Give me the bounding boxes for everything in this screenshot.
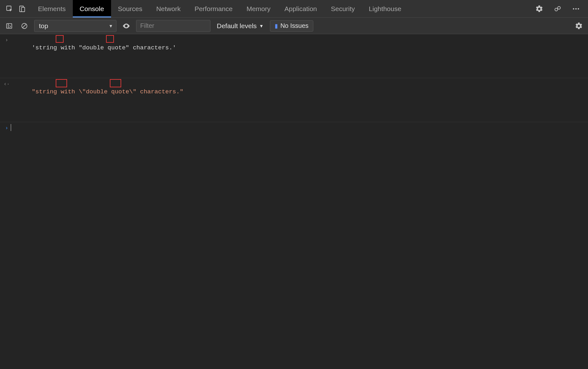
tab-label: Console (80, 5, 104, 13)
tab-network[interactable]: Network (149, 0, 188, 17)
devtools-tabbar: Elements Console Sources Network Perform… (0, 0, 588, 18)
console-prompt-input[interactable] (10, 123, 11, 132)
panel-tabs: Elements Console Sources Network Perform… (31, 0, 533, 17)
console-toolbar: top ▼ Default levels ▼ ▮ No Issues (0, 18, 588, 34)
log-levels-label: Default levels (217, 22, 257, 30)
issues-label: No Issues (280, 22, 309, 29)
tab-label: Sources (118, 5, 142, 13)
chevron-down-icon: ▼ (259, 23, 264, 28)
code-text: "string with \"double quote\" characters… (32, 88, 183, 95)
settings-gear-icon[interactable] (533, 3, 546, 15)
tab-console[interactable]: Console (73, 0, 111, 17)
device-toggle-icon[interactable] (16, 3, 28, 15)
context-selector-label: top (39, 22, 48, 30)
tabbar-right (533, 3, 585, 15)
tab-lighthouse[interactable]: Lighthouse (362, 0, 408, 17)
toggle-sidebar-icon[interactable] (4, 21, 15, 31)
issues-button[interactable]: ▮ No Issues (270, 20, 313, 32)
text-cursor (11, 124, 11, 131)
svg-point-3 (555, 8, 558, 11)
more-menu-icon[interactable] (570, 3, 582, 15)
filter-input[interactable] (136, 20, 210, 32)
console-row-input[interactable]: › 'string with "double quote" characters… (0, 34, 588, 78)
customize-icon[interactable] (551, 3, 564, 15)
svg-point-5 (573, 8, 574, 9)
tab-application[interactable]: Application (278, 0, 324, 17)
output-chevron-icon: ‹· (3, 79, 10, 88)
svg-point-4 (558, 6, 560, 9)
svg-rect-2 (22, 7, 25, 12)
code-text: 'string with "double quote" characters.' (32, 44, 176, 51)
tab-sources[interactable]: Sources (111, 0, 149, 17)
live-expression-eye-icon[interactable] (121, 21, 132, 31)
annotation-box (110, 79, 121, 87)
tab-performance[interactable]: Performance (188, 0, 240, 17)
svg-point-7 (578, 8, 579, 9)
inspect-element-icon[interactable] (3, 3, 16, 15)
clear-console-icon[interactable] (19, 21, 30, 31)
tab-label: Memory (247, 5, 271, 13)
context-selector[interactable]: top ▼ (34, 20, 116, 32)
tab-label: Security (331, 5, 355, 13)
console-input-text: 'string with "double quote" characters.' (10, 35, 176, 77)
tab-label: Performance (195, 5, 233, 13)
log-levels-dropdown[interactable]: Default levels ▼ (215, 22, 266, 30)
svg-point-6 (575, 8, 577, 9)
tab-elements[interactable]: Elements (31, 0, 73, 17)
console-row-output[interactable]: ‹· "string with \"double quote\" charact… (0, 78, 588, 122)
prompt-chevron-icon: › (3, 123, 10, 132)
issues-chip-icon: ▮ (275, 22, 278, 29)
console-output-text: "string with \"double quote\" characters… (10, 79, 183, 121)
tab-memory[interactable]: Memory (240, 0, 278, 17)
tab-security[interactable]: Security (324, 0, 362, 17)
annotation-box (56, 35, 64, 43)
svg-rect-8 (7, 23, 12, 28)
tab-label: Application (285, 5, 317, 13)
input-chevron-icon: › (3, 35, 10, 44)
annotation-box (56, 79, 67, 87)
annotation-box (106, 35, 114, 43)
tab-label: Lighthouse (369, 5, 401, 13)
chevron-down-icon: ▼ (109, 23, 113, 28)
console-body[interactable]: › 'string with "double quote" characters… (0, 34, 588, 134)
console-settings-gear-icon[interactable] (573, 21, 584, 31)
tab-label: Elements (38, 5, 66, 13)
tab-label: Network (156, 5, 181, 13)
console-prompt-row[interactable]: › (0, 122, 588, 134)
